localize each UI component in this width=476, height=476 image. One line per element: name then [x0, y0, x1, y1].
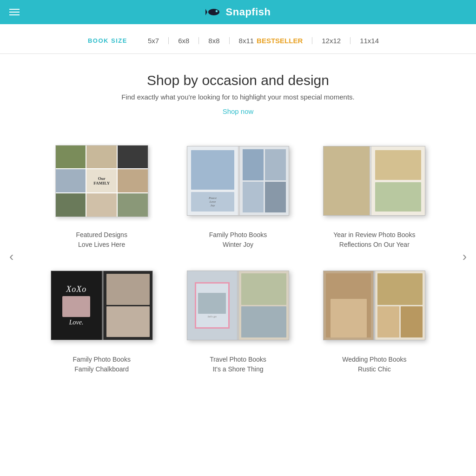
- shop-subtitle: Find exactly what you're looking for to …: [9, 93, 467, 101]
- product-category-2: Family Photo Books: [209, 230, 267, 240]
- product-item-2[interactable]: PeaceLoveJoy Family Photo Books Winter J…: [174, 139, 301, 250]
- product-category-1: Featured Designs: [76, 230, 127, 240]
- shop-title: Shop by occasion and design: [9, 73, 467, 88]
- product-name-1: Love Lives Here: [78, 240, 125, 250]
- site-logo: Snapfish: [205, 6, 271, 18]
- product-name-3: Reflections On Our Year: [339, 240, 410, 250]
- svg-point-3: [216, 11, 217, 12]
- product-name-6: Rustic Chic: [358, 364, 391, 374]
- size-6x8[interactable]: 6x8: [169, 37, 199, 44]
- product-item-6[interactable]: Wedding Photo Books Rustic Chic: [311, 264, 438, 374]
- product-category-4: Family Photo Books: [73, 355, 131, 364]
- product-name-5: It's a Shore Thing: [212, 364, 263, 374]
- size-8x8[interactable]: 8x8: [199, 37, 229, 44]
- product-image-5: let's go: [174, 264, 301, 347]
- book-size-label: BOOK SIZE: [88, 37, 127, 44]
- product-category-3: Year in Review Photo Books: [333, 230, 415, 240]
- site-header: Snapfish: [0, 0, 476, 24]
- product-image-2: PeaceLoveJoy: [174, 139, 301, 223]
- product-name-4: Family Chalkboard: [74, 364, 129, 374]
- product-image-3: [311, 139, 438, 223]
- size-5x7[interactable]: 5x7: [139, 37, 169, 44]
- product-category-6: Wedding Photo Books: [342, 355, 406, 364]
- svg-marker-1: [205, 9, 207, 15]
- product-item-3[interactable]: Year in Review Photo Books Reflections O…: [311, 139, 438, 250]
- svg-point-0: [208, 9, 219, 15]
- product-grid: OurFAMILY Featured Designs Love Lives He…: [38, 139, 438, 374]
- product-name-2: Winter Joy: [223, 240, 253, 250]
- carousel-prev[interactable]: ‹: [5, 245, 18, 268]
- product-category-5: Travel Photo Books: [210, 355, 266, 364]
- logo-text: Snapfish: [226, 6, 271, 18]
- product-item-5[interactable]: let's go Travel Photo Books It's a Shore…: [174, 264, 301, 374]
- book-size-nav: BOOK SIZE 5x7 6x8 8x8 8x11 BESTSELLER 12…: [0, 24, 476, 54]
- size-8x11[interactable]: 8x11 BESTSELLER: [230, 37, 313, 44]
- product-item-4[interactable]: XoXo Love. Family Photo Books Family Cha…: [38, 264, 165, 374]
- product-image-4: XoXo Love.: [38, 264, 165, 347]
- bestseller-badge: BESTSELLER: [257, 37, 303, 44]
- hamburger-menu[interactable]: [9, 9, 20, 15]
- size-11x14[interactable]: 11x14: [350, 37, 388, 44]
- fish-icon: [205, 7, 222, 17]
- carousel-next[interactable]: ›: [458, 245, 471, 268]
- size-8x11-value: 8x11: [239, 37, 254, 44]
- product-carousel: ‹ OurFAMILY Featured Designs Love Lives …: [0, 125, 476, 388]
- product-item-1[interactable]: OurFAMILY Featured Designs Love Lives He…: [38, 139, 165, 250]
- product-image-6: [311, 264, 438, 347]
- shop-intro: Shop by occasion and design Find exactly…: [0, 54, 476, 125]
- size-12x12[interactable]: 12x12: [312, 37, 350, 44]
- product-image-1: OurFAMILY: [38, 139, 165, 223]
- shop-now-link[interactable]: Shop now: [223, 107, 254, 115]
